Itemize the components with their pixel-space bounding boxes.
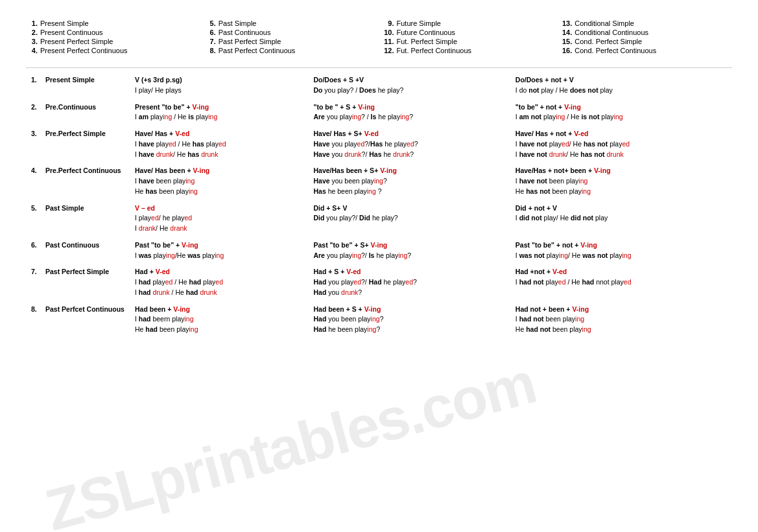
row-number: 3.	[31, 129, 41, 139]
item-number: 9.	[383, 19, 394, 27]
cell-negative: "to be" + not + V-ingI am not playing / …	[510, 99, 732, 126]
item-number: 16.	[560, 47, 572, 54]
cell-affirmative: V – edI played/ he playedI drank/ He dra…	[130, 200, 308, 237]
item-label: Past Continuous	[219, 29, 271, 36]
formula: Have/ Has + V-ed	[135, 129, 303, 139]
example: He has not been playing	[515, 187, 727, 197]
formula: Do/Does + S +V	[313, 75, 504, 86]
top-list: 1.Present Simple2.Present Continuous3.Pr…	[26, 19, 732, 56]
grammar-table: 1.Present SimpleV (+s 3rd p.sg)I play/ H…	[26, 72, 732, 338]
formula: Past "to be" + V-ing	[135, 240, 303, 251]
example: I play/ He plays	[135, 86, 303, 96]
formula: Past "to be" + S+ V-ing	[313, 240, 504, 251]
row-label: 4.Pre.Perfect Continuous	[26, 163, 130, 200]
grammar-row: 8.Past Perfcet ContinuousHad been + V-in…	[26, 301, 732, 338]
formula: Did + not + V	[515, 203, 727, 214]
cell-affirmative: Past "to be" + V-ingI was playing/He was…	[130, 237, 308, 264]
example: I do not play / He does not play	[515, 86, 727, 96]
item-number: 10.	[383, 29, 394, 36]
row-name: Past Perfect Simple	[45, 267, 109, 277]
cell-affirmative: Have/ Has + V-edI have played / He has p…	[130, 126, 308, 163]
top-list-item: 12.Fut. Perfect Continuous	[383, 47, 554, 54]
example: Had he been playing?	[313, 325, 504, 335]
example: He had not been playing	[515, 325, 727, 335]
example: I played/ he played	[135, 213, 303, 224]
formula: Have/ Has + S+ V-ed	[313, 129, 504, 139]
grammar-row: 1.Present SimpleV (+s 3rd p.sg)I play/ H…	[26, 72, 732, 99]
example: I had beern playing	[135, 314, 303, 325]
cell-negative: Had not + been + V-ingI had not been pla…	[510, 301, 732, 338]
formula: Had +not + V-ed	[515, 267, 727, 277]
formula: Have/Has + not+ been + V-ing	[515, 166, 727, 176]
row-name: Pre.Continuous	[45, 102, 96, 113]
content: 1.Present Simple2.Present Continuous3.Pr…	[26, 19, 732, 338]
example: I was not playing/ He was not playing	[515, 251, 727, 261]
example: I drank/ He drank	[135, 224, 303, 234]
item-label: Past Perfect Simple	[219, 38, 281, 45]
item-label: Conditional Continuous	[574, 29, 648, 36]
item-label: Past Perfect Continuous	[219, 47, 296, 54]
example: I have not been playing	[515, 176, 727, 187]
example: I had drunk / He had drunk	[135, 288, 303, 298]
item-number: 13.	[560, 19, 572, 27]
example: Did you play?/ Did he play?	[313, 213, 504, 224]
item-number: 3.	[26, 38, 38, 45]
cell-interrogative: Have/ Has + S+ V-edHave you played?/Has …	[308, 126, 510, 163]
top-list-col-1: 1.Present Simple2.Present Continuous3.Pr…	[26, 19, 198, 56]
row-number: 4.	[31, 166, 41, 176]
row-number: 2.	[31, 102, 41, 113]
top-list-item: 6.Past Continuous	[204, 29, 376, 36]
example: I had not been playing	[515, 314, 727, 325]
row-name: Pre.Perfect Continuous	[45, 166, 121, 176]
cell-interrogative: Past "to be" + S+ V-ingAre you playing?/…	[308, 237, 510, 264]
item-label: Fut. Perfect Simple	[397, 38, 458, 45]
example: He had been playing	[135, 325, 303, 335]
top-list-item: 4.Present Perfect Continuous	[26, 47, 198, 54]
example: Has he been playing ?	[313, 187, 504, 197]
top-list-item: 16.Cond. Perfect Continuous	[560, 47, 732, 54]
formula: "to be " + S + V-ing	[313, 102, 504, 113]
top-list-item: 8.Past Perfect Continuous	[204, 47, 376, 54]
example: He has been playing	[135, 187, 303, 197]
item-label: Present Continuous	[40, 29, 103, 36]
cell-affirmative: Have/ Has been + V-ingI have been playin…	[130, 163, 308, 200]
row-name: Pre.Perfect Simple	[45, 129, 106, 139]
item-number: 8.	[204, 47, 216, 54]
top-list-item: 3.Present Perfect Simple	[26, 38, 198, 45]
item-number: 15.	[560, 38, 572, 45]
item-label: Fut. Perfect Continuous	[397, 47, 472, 54]
cell-interrogative: Have/Has been + S+ V-ingHave you been pl…	[308, 163, 510, 200]
cell-negative: Have/ Has + not + V-edI have not played/…	[510, 126, 732, 163]
formula: Have/ Has + not + V-ed	[515, 129, 727, 139]
row-number: 5.	[31, 203, 41, 214]
row-number: 8.	[31, 305, 41, 315]
formula: Had not + been + V-ing	[515, 305, 727, 315]
top-list-item: 2.Present Continuous	[26, 29, 198, 36]
formula: Had + S + V-ed	[313, 267, 504, 277]
example: Had you played?/ Had he played?	[313, 277, 504, 288]
item-number: 4.	[26, 47, 38, 54]
grammar-row: 2.Pre.ContinuousPresent "to be" + V-ingI…	[26, 99, 732, 126]
top-list-item: 7.Past Perfect Simple	[204, 38, 376, 45]
example: Had you been playing?	[313, 314, 504, 325]
cell-negative: Did + not + VI did not play/ He did not …	[510, 200, 732, 237]
item-label: Present Perfect Continuous	[40, 47, 128, 54]
row-number: 6.	[31, 240, 41, 251]
formula: Have/ Has been + V-ing	[135, 166, 303, 176]
divider	[26, 67, 732, 68]
top-list-item: 10.Future Continuous	[383, 29, 554, 36]
row-label: 1.Present Simple	[26, 72, 130, 99]
grammar-row: 7.Past Perfect SimpleHad + V-edI had pla…	[26, 264, 732, 301]
example: I did not play/ He did not play	[515, 213, 727, 224]
cell-negative: Have/Has + not+ been + V-ingI have not b…	[510, 163, 732, 200]
example: I had played / He had played	[135, 277, 303, 288]
item-number: 7.	[204, 38, 216, 45]
formula: Had + V-ed	[135, 267, 303, 277]
top-list-col-4: 13.Conditional Simple14.Conditional Cont…	[560, 19, 732, 56]
item-number: 14.	[560, 29, 572, 36]
cell-affirmative: Had + V-edI had played / He had playedI …	[130, 264, 308, 301]
top-list-item: 11.Fut. Perfect Simple	[383, 38, 554, 45]
cell-affirmative: V (+s 3rd p.sg)I play/ He plays	[130, 72, 308, 99]
item-number: 5.	[204, 19, 216, 27]
top-list-item: 13.Conditional Simple	[560, 19, 732, 27]
